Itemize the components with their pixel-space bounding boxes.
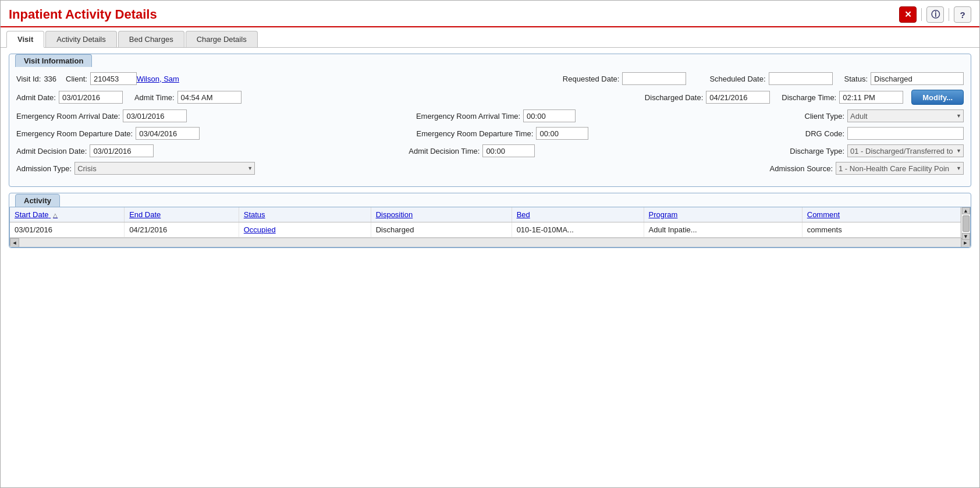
- cell-start-date: 03/01/2016: [10, 222, 125, 238]
- client-type-select[interactable]: Adult: [847, 109, 964, 122]
- scrollbar-track: [962, 214, 970, 233]
- admission-type-select[interactable]: Crisis: [74, 162, 255, 175]
- er-arrival-date-input[interactable]: [123, 109, 187, 122]
- visit-row4: Emergency Room Departure Date: Emergency…: [16, 127, 964, 140]
- scheduled-date-input[interactable]: [769, 72, 833, 85]
- status-label: Status:: [844, 75, 868, 83]
- modify-button[interactable]: Modify...: [911, 90, 964, 105]
- admit-date-label: Admit Date:: [16, 93, 56, 102]
- col-program[interactable]: Program: [644, 207, 802, 222]
- client-name-link[interactable]: Wilson, Sam: [137, 75, 179, 83]
- scheduled-date-label: Scheduled Date:: [709, 75, 765, 83]
- tab-activity-details[interactable]: Activity Details: [45, 31, 117, 47]
- visit-id-value: 336: [44, 75, 56, 83]
- h-scrollbar-track: [19, 239, 961, 247]
- col-bed[interactable]: Bed: [512, 207, 644, 222]
- status-input[interactable]: [871, 72, 964, 85]
- vertical-scrollbar[interactable]: ▲ ▼: [961, 207, 970, 238]
- activity-table-outer: Start Date △ End Date Status: [9, 207, 971, 247]
- requested-date-label: Requested Date:: [563, 75, 620, 83]
- visit-row6: Admission Type: Crisis Admission Source:…: [16, 162, 964, 175]
- admit-date-input[interactable]: [59, 91, 123, 104]
- discharge-time-input[interactable]: [839, 91, 903, 104]
- client-label: Client:: [66, 75, 87, 83]
- help-button[interactable]: ?: [954, 6, 971, 23]
- er-departure-date-label: Emergency Room Departure Date:: [16, 129, 133, 138]
- er-arrival-time-input[interactable]: [523, 109, 576, 122]
- separator2: [949, 8, 949, 21]
- scrollbar-up-arrow[interactable]: ▲: [962, 207, 970, 214]
- col-comment[interactable]: Comment: [802, 207, 960, 222]
- horizontal-scrollbar[interactable]: ◄ ►: [10, 238, 970, 247]
- window-title: Inpatient Activity Details: [9, 7, 157, 22]
- er-departure-time-input[interactable]: [536, 127, 588, 140]
- main-window: Inpatient Activity Details ✕ ⓘ ? Visit A…: [0, 0, 980, 488]
- discharge-type-select[interactable]: 01 - Discharged/Transferred to hor: [847, 144, 964, 157]
- main-content: Visit Information Visit Id: 336 Client: …: [1, 48, 979, 260]
- er-arrival-time-label: Emergency Room Arrival Time:: [416, 112, 520, 121]
- admission-source-select-wrapper: 1 - Non-Health Care Facility Poin: [836, 162, 964, 175]
- client-id-input[interactable]: [90, 72, 137, 85]
- visit-row2: Admit Date: Admit Time: Discharged Date:…: [16, 90, 964, 105]
- admit-time-label: Admit Time:: [134, 93, 175, 102]
- discharged-date-input[interactable]: [706, 91, 770, 104]
- discharge-type-select-wrapper: 01 - Discharged/Transferred to hor: [847, 144, 964, 157]
- admit-decision-date-label: Admit Decision Date:: [16, 147, 87, 155]
- client-type-label: Client Type:: [805, 112, 844, 121]
- visit-row5: Admit Decision Date: Admit Decision Time…: [16, 144, 964, 157]
- cell-disposition: Discharged: [371, 222, 512, 238]
- admit-decision-time-input[interactable]: [482, 144, 535, 157]
- scrollbar-down-arrow[interactable]: ▼: [962, 233, 970, 240]
- cell-bed: 010-1E-010MA...: [512, 222, 644, 238]
- col-start-date[interactable]: Start Date △: [10, 207, 125, 222]
- activity-section-title: Activity: [15, 194, 60, 207]
- title-bar: Inpatient Activity Details ✕ ⓘ ?: [1, 1, 979, 27]
- visit-info-section: Visit Information Visit Id: 336 Client: …: [9, 54, 971, 187]
- tab-visit[interactable]: Visit: [6, 31, 44, 48]
- discharge-type-label: Discharge Type:: [790, 147, 844, 155]
- info-button[interactable]: ⓘ: [926, 6, 944, 23]
- client-type-select-wrapper: Adult: [847, 109, 964, 122]
- scrollbar-left-arrow[interactable]: ◄: [10, 238, 19, 247]
- admit-time-input[interactable]: [177, 91, 242, 104]
- close-button[interactable]: ✕: [899, 6, 917, 23]
- visit-row1: Visit Id: 336 Client: Wilson, Sam Reques…: [16, 72, 964, 85]
- admit-decision-time-label: Admit Decision Time:: [409, 147, 480, 155]
- sort-icon-start-date: △: [53, 212, 58, 218]
- scrollbar-thumb[interactable]: [963, 215, 970, 232]
- visit-info-body: Visit Id: 336 Client: Wilson, Sam Reques…: [9, 66, 971, 186]
- cell-comment: comments: [802, 222, 960, 238]
- admission-type-select-wrapper: Crisis: [74, 162, 255, 175]
- drg-code-input[interactable]: [847, 127, 964, 140]
- er-departure-date-input[interactable]: [136, 127, 200, 140]
- col-status[interactable]: Status: [239, 207, 371, 222]
- table-header-row: Start Date △ End Date Status: [10, 207, 961, 222]
- cell-program: Adult Inpatie...: [644, 222, 802, 238]
- admission-source-label: Admission Source:: [770, 164, 833, 173]
- tab-bar: Visit Activity Details Bed Charges Charg…: [1, 27, 979, 48]
- col-disposition[interactable]: Disposition: [371, 207, 512, 222]
- activity-table-scroll[interactable]: Start Date △ End Date Status: [10, 207, 970, 238]
- discharge-time-label: Discharge Time:: [782, 93, 836, 102]
- col-end-date[interactable]: End Date: [125, 207, 239, 222]
- activity-section: Activity Start Date △ End Date: [9, 193, 971, 248]
- separator1: [921, 8, 922, 21]
- discharged-date-label: Discharged Date:: [645, 93, 703, 102]
- er-departure-time-label: Emergency Room Departure Time:: [417, 129, 534, 138]
- title-bar-buttons: ✕ ⓘ ?: [899, 6, 971, 23]
- drg-code-label: DRG Code:: [805, 129, 844, 138]
- admission-source-select[interactable]: 1 - Non-Health Care Facility Poin: [836, 162, 964, 175]
- visit-row3: Emergency Room Arrival Date: Emergency R…: [16, 109, 964, 122]
- requested-date-input[interactable]: [622, 72, 686, 85]
- activity-table: Start Date △ End Date Status: [10, 207, 961, 238]
- cell-end-date: 04/21/2016: [125, 222, 239, 238]
- tab-bed-charges[interactable]: Bed Charges: [118, 31, 184, 47]
- visit-id-label: Visit Id:: [16, 75, 41, 83]
- tab-charge-details[interactable]: Charge Details: [186, 31, 258, 47]
- status-link[interactable]: Occupied: [244, 225, 276, 234]
- visit-info-title: Visit Information: [15, 54, 92, 67]
- table-row: 03/01/2016 04/21/2016 Occupied Discharge…: [10, 222, 961, 238]
- er-arrival-date-label: Emergency Room Arrival Date:: [16, 112, 120, 121]
- admit-decision-date-input[interactable]: [90, 144, 154, 157]
- admission-type-label: Admission Type:: [16, 164, 72, 173]
